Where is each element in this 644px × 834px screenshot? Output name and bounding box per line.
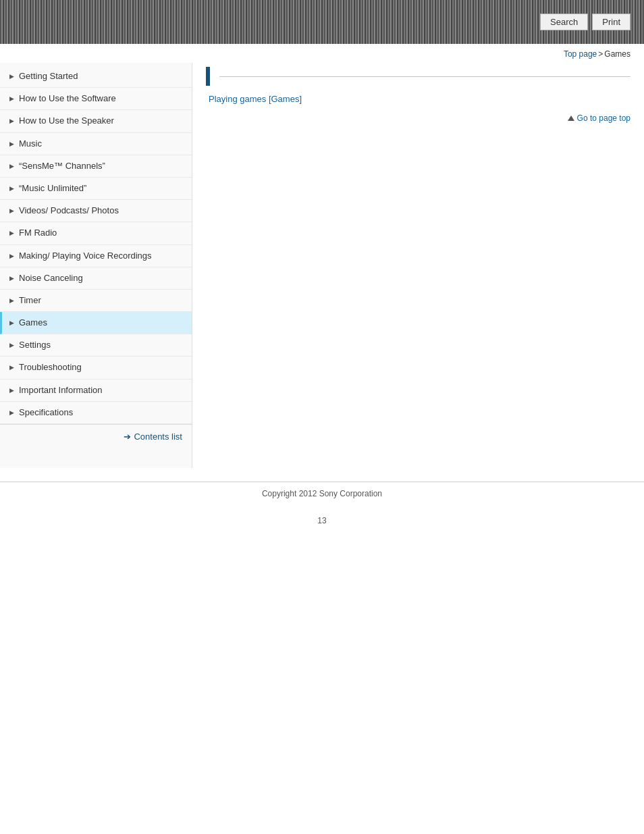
sidebar-item-label: Settings [19,339,51,351]
sidebar-item-music[interactable]: ▶Music [0,133,192,155]
chevron-right-icon: ▶ [9,386,14,395]
sidebar-item-label: Music [19,138,42,150]
chevron-right-icon: ▶ [9,229,14,238]
sidebar-item-label: Games [19,317,47,329]
sidebar-item-label: “Music Unlimited” [19,182,86,194]
print-button[interactable]: Print [592,14,630,30]
section-bar [206,67,210,86]
chevron-right-icon: ▶ [9,409,14,417]
chevron-right-icon: ▶ [9,296,14,305]
chevron-right-icon: ▶ [9,207,14,215]
sidebar-item-noise-canceling[interactable]: ▶Noise Canceling [0,267,192,290]
sidebar-item-label: FM Radio [19,227,57,239]
sidebar-item-label: Getting Started [19,70,78,82]
contents-list-row: ➔ Contents list [0,424,192,448]
chevron-right-icon: ▶ [9,363,14,372]
chevron-right-icon: ▶ [9,162,14,171]
sidebar-item-label: How to Use the Speaker [19,115,114,127]
chevron-right-icon: ▶ [9,252,14,261]
section-header [206,67,630,86]
chevron-right-icon: ▶ [9,341,14,350]
sidebar-item-making-voice-recordings[interactable]: ▶Making/ Playing Voice Recordings [0,245,192,267]
sidebar-item-videos-podcasts-photos[interactable]: ▶Videos/ Podcasts/ Photos [0,200,192,222]
go-to-top-link[interactable]: Go to page top [568,113,630,123]
breadcrumb-separator: > [598,49,603,59]
main-layout: ▶Getting Started▶How to Use the Software… [0,63,644,468]
footer: Copyright 2012 Sony Corporation [0,481,644,505]
header: Search Print [0,0,644,44]
sidebar-item-label: Noise Canceling [19,272,83,284]
sidebar-item-getting-started[interactable]: ▶Getting Started [0,66,192,88]
sidebar-item-how-to-use-speaker[interactable]: ▶How to Use the Speaker [0,110,192,132]
breadcrumb-current: Games [604,49,630,59]
sidebar-item-timer[interactable]: ▶Timer [0,290,192,312]
sidebar-item-label: How to Use the Software [19,93,116,105]
sidebar-item-games[interactable]: ▶Games [0,312,192,334]
copyright-text: Copyright 2012 Sony Corporation [262,489,382,498]
arrow-right-icon: ➔ [124,432,131,442]
search-button[interactable]: Search [540,14,588,30]
sidebar-item-sensme-channels[interactable]: ▶“SensMe™ Channels” [0,155,192,178]
chevron-right-icon: ▶ [9,184,14,193]
contents-list-link[interactable]: ➔ Contents list [124,432,182,442]
contents-list-label: Contents list [134,432,182,442]
sidebar-item-fm-radio[interactable]: ▶FM Radio [0,222,192,244]
playing-games-link[interactable]: Playing games [Games] [206,94,630,104]
sidebar-item-settings[interactable]: ▶Settings [0,334,192,357]
sidebar-item-troubleshooting[interactable]: ▶Troubleshooting [0,357,192,379]
sidebar-item-label: Troubleshooting [19,361,82,373]
chevron-right-icon: ▶ [9,140,14,149]
breadcrumb: Top page > Games [0,44,644,63]
sidebar-item-label: Timer [19,294,41,307]
sidebar-item-music-unlimited[interactable]: ▶“Music Unlimited” [0,178,192,200]
page-number: 13 [0,505,644,536]
triangle-up-icon [568,115,574,121]
sidebar-item-label: “SensMe™ Channels” [19,160,105,172]
sidebar-item-how-to-use-software[interactable]: ▶How to Use the Software [0,88,192,110]
sidebar: ▶Getting Started▶How to Use the Software… [0,63,192,468]
sidebar-item-important-information[interactable]: ▶Important Information [0,380,192,402]
breadcrumb-top-page[interactable]: Top page [564,49,597,59]
sidebar-item-specifications[interactable]: ▶Specifications [0,402,192,424]
chevron-right-icon: ▶ [9,319,14,328]
go-to-top: Go to page top [206,113,630,123]
chevron-right-icon: ▶ [9,117,14,126]
go-to-top-label: Go to page top [577,113,630,123]
section-line [219,76,630,77]
content-area: Playing games [Games] Go to page top [192,63,644,468]
sidebar-item-label: Making/ Playing Voice Recordings [19,250,152,262]
chevron-right-icon: ▶ [9,274,14,283]
chevron-right-icon: ▶ [9,72,14,81]
chevron-right-icon: ▶ [9,95,14,103]
sidebar-item-label: Videos/ Podcasts/ Photos [19,205,119,217]
sidebar-item-label: Important Information [19,384,103,396]
sidebar-item-label: Specifications [19,407,73,419]
